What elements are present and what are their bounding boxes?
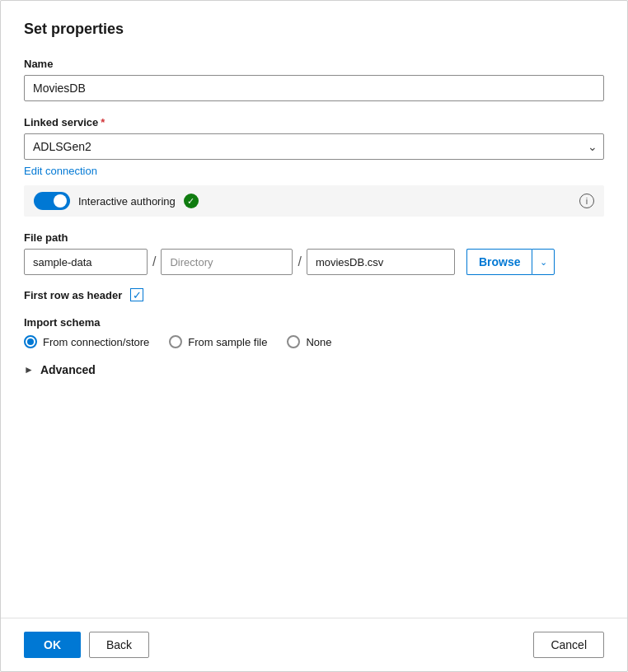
radio-sample-file-label: From sample file <box>188 336 267 348</box>
name-label: Name <box>24 58 604 70</box>
radio-none[interactable]: None <box>287 335 331 348</box>
panel-body: Set properties Name Linked service* ADLS… <box>1 1 627 618</box>
path-slash-2: / <box>298 254 301 269</box>
cancel-button[interactable]: Cancel <box>533 632 604 658</box>
linked-service-select[interactable]: ADLSGen2 <box>24 133 604 160</box>
checkmark-icon: ✓ <box>133 290 142 301</box>
radio-from-connection[interactable]: From connection/store <box>24 335 149 348</box>
ok-button[interactable]: OK <box>24 632 81 658</box>
radio-none-circle <box>287 335 300 348</box>
advanced-row[interactable]: ► Advanced <box>24 363 604 376</box>
radio-connection-label: From connection/store <box>43 336 149 348</box>
browse-chevron-button[interactable]: ⌄ <box>532 249 555 275</box>
name-input[interactable] <box>24 75 604 101</box>
panel-footer: OK Back Cancel <box>1 618 627 671</box>
chevron-down-icon: ⌄ <box>540 257 547 268</box>
set-properties-panel: Set properties Name Linked service* ADLS… <box>0 0 628 672</box>
file-path-segment1[interactable] <box>24 249 148 275</box>
import-schema-section: Import schema From connection/store From… <box>24 316 604 348</box>
browse-button-group: Browse ⌄ <box>466 249 555 275</box>
radio-sample-file-circle <box>169 335 182 348</box>
radio-connection-circle <box>24 335 37 348</box>
linked-service-label: Linked service* <box>24 116 604 128</box>
radio-none-label: None <box>306 336 331 348</box>
interactive-auth-toggle[interactable] <box>34 192 70 210</box>
edit-connection-link[interactable]: Edit connection <box>24 165 97 177</box>
file-path-segment2[interactable] <box>161 249 293 275</box>
info-icon[interactable]: i <box>579 194 594 208</box>
file-path-row: / / Browse ⌄ <box>24 249 604 275</box>
import-schema-radio-group: From connection/store From sample file N… <box>24 335 604 348</box>
import-schema-title: Import schema <box>24 316 604 329</box>
linked-service-field-group: Linked service* ADLSGen2 ⌄ Edit connecti… <box>24 116 604 217</box>
advanced-label: Advanced <box>40 363 96 376</box>
file-path-segment3[interactable] <box>307 249 455 275</box>
file-path-label: File path <box>24 231 604 244</box>
radio-from-sample-file[interactable]: From sample file <box>169 335 267 348</box>
panel-title: Set properties <box>24 21 604 38</box>
file-path-group: File path / / Browse ⌄ <box>24 231 604 275</box>
interactive-auth-row: Interactive authoring ✓ i <box>24 185 604 217</box>
browse-button[interactable]: Browse <box>466 249 532 275</box>
interactive-auth-label: Interactive authoring <box>78 195 176 208</box>
name-field-group: Name <box>24 58 604 101</box>
back-button[interactable]: Back <box>89 632 149 658</box>
first-row-header-checkbox[interactable]: ✓ <box>130 288 143 301</box>
auth-status-icon: ✓ <box>184 194 199 208</box>
path-slash-1: / <box>152 254 156 269</box>
first-row-header-label: First row as header <box>24 289 122 301</box>
linked-service-select-wrapper: ADLSGen2 ⌄ <box>24 133 604 160</box>
chevron-right-icon: ► <box>24 364 34 376</box>
first-row-header-row: First row as header ✓ <box>24 288 604 301</box>
required-indicator: * <box>101 116 105 128</box>
